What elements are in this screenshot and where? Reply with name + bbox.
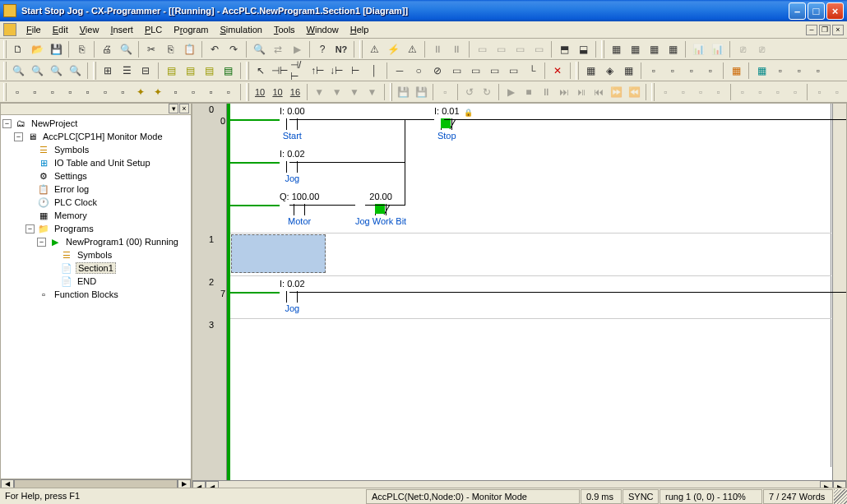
menu-plc[interactable]: PLC [140, 23, 167, 36]
print-button[interactable]: 🖨 [98, 40, 116, 58]
toolbar-grip[interactable] [246, 83, 249, 101]
help-button[interactable]: N? [332, 40, 350, 58]
toolbar-grip[interactable] [651, 83, 655, 101]
e6[interactable]: ▫ [752, 83, 768, 101]
toolbar-grip[interactable] [390, 83, 393, 101]
zoom-out-button[interactable]: 🔍 [9, 62, 27, 80]
pause-button[interactable]: ⏸ [428, 40, 447, 58]
tree-programs[interactable]: −📁Programs [2, 222, 189, 235]
mem-button[interactable]: ▦ [727, 62, 745, 80]
select-tool-button[interactable]: ↖ [252, 62, 270, 80]
func-button[interactable]: ▭ [447, 62, 465, 80]
menu-insert[interactable]: Insert [105, 23, 138, 36]
transfer2-button[interactable]: ⬓ [574, 40, 592, 58]
contact-jogworkbit[interactable]: 20.00 Jog Work Bit [355, 192, 406, 228]
mon2-button[interactable]: 📊 [708, 40, 726, 58]
undo-button[interactable]: ↶ [206, 40, 224, 58]
play-button[interactable]: ▶ [502, 83, 519, 101]
coil-button[interactable]: ○ [410, 62, 428, 80]
resize-grip[interactable] [834, 489, 847, 504]
rising-button[interactable]: ↑⊢ [308, 62, 326, 80]
tree-iotable[interactable]: ⊞IO Table and Unit Setup [2, 156, 189, 169]
step3-button[interactable]: ⏮ [590, 83, 607, 101]
mdi-restore-button[interactable]: ❐ [819, 25, 831, 35]
radix-10[interactable]: 10 [252, 83, 268, 101]
toolbar-grip[interactable] [576, 62, 579, 80]
conn-button[interactable]: └ [523, 62, 541, 80]
t3-11[interactable]: ▫ [185, 83, 201, 101]
d4[interactable]: ▼ [363, 83, 380, 101]
win3-button[interactable]: ▫ [683, 62, 701, 80]
view2-button[interactable]: ▦ [626, 40, 644, 58]
sim4-button[interactable]: ▫ [809, 62, 827, 80]
func2-button[interactable]: ▭ [466, 62, 484, 80]
sim3-button[interactable]: ▫ [790, 62, 808, 80]
toolbar-grip[interactable] [3, 40, 7, 58]
view4-button[interactable]: ▦ [664, 40, 682, 58]
section3-button[interactable]: ▭ [511, 40, 529, 58]
ff-button[interactable]: ⏩ [609, 83, 625, 101]
tree-pin-button[interactable]: ▾ [169, 104, 178, 113]
replace-button[interactable]: ⇄ [269, 40, 287, 58]
rew-button[interactable]: ⏪ [626, 83, 642, 101]
no-contact-button[interactable]: ⊣⊢ [271, 62, 289, 80]
ncoil-button[interactable]: ⊘ [428, 62, 447, 80]
pause2-button[interactable]: ⏸ [447, 40, 465, 58]
view3-button[interactable]: ▦ [645, 40, 663, 58]
section-button[interactable]: ▭ [473, 40, 491, 58]
ladder-editor[interactable]: 0 0 1 2 7 3 I: 0.00 Start [192, 103, 847, 494]
nc-contact-button[interactable]: ⊣/⊢ [289, 62, 308, 80]
addr3-button[interactable]: ▤ [200, 62, 218, 80]
contact-start[interactable]: I: 0.00 Start [280, 106, 305, 142]
menu-edit[interactable]: Edit [48, 23, 73, 36]
e2[interactable]: ▫ [675, 83, 692, 101]
warning-button[interactable]: ⚠ [365, 40, 383, 58]
mon3-button[interactable]: ⎚ [734, 40, 752, 58]
sim2-button[interactable]: ▫ [771, 62, 789, 80]
win4-button[interactable]: ▫ [701, 62, 720, 80]
t3-12[interactable]: ▫ [202, 83, 219, 101]
mdi-close-button[interactable]: × [832, 25, 844, 35]
mdi-system-icon[interactable] [3, 23, 16, 36]
maximize-button[interactable]: □ [808, 2, 825, 20]
mon-button[interactable]: ▦ [581, 62, 599, 80]
transfer1-button[interactable]: ⬒ [555, 40, 573, 58]
tree-section1[interactable]: 📄Section1 [2, 261, 189, 275]
d2[interactable]: ▼ [328, 83, 345, 101]
t3-13[interactable]: ▫ [220, 83, 237, 101]
t3-10[interactable]: ▫ [168, 83, 184, 101]
t3-9[interactable]: ✦ [150, 83, 166, 101]
ladder-canvas[interactable]: I: 0.00 Start I: 0.01 Stop 🔒 Q: 100.00 [230, 104, 831, 480]
e8[interactable]: ▫ [787, 83, 803, 101]
t3-1[interactable]: ▫ [9, 83, 25, 101]
toolbar-grip[interactable] [3, 83, 7, 101]
e3[interactable]: ▫ [692, 83, 709, 101]
stop-button[interactable]: ■ [521, 83, 537, 101]
grid-button[interactable]: ⊞ [99, 62, 117, 80]
func4-button[interactable]: ▭ [504, 62, 522, 80]
horiz-button[interactable]: ─ [391, 62, 409, 80]
vert-up-button[interactable]: │ [365, 62, 383, 80]
or-button[interactable]: ⊢ [346, 62, 364, 80]
falling-button[interactable]: ↓⊢ [327, 62, 345, 80]
save3[interactable]: 💾 [413, 83, 429, 101]
toolbar-grip[interactable] [601, 40, 604, 58]
b1[interactable]: ▫ [437, 83, 453, 101]
b2[interactable]: ↺ [461, 83, 477, 101]
t3-6[interactable]: ▫ [97, 83, 113, 101]
step2-button[interactable]: ⏯ [573, 83, 590, 101]
menu-window[interactable]: Window [302, 23, 344, 36]
pause3-button[interactable]: ⏸ [538, 83, 554, 101]
tree-close-button[interactable]: × [179, 104, 189, 113]
tree-root[interactable]: −🗂NewProject [2, 117, 189, 130]
d3[interactable]: ▼ [346, 83, 363, 101]
e9[interactable]: ▫ [811, 83, 827, 101]
mon3-button[interactable]: ▦ [619, 62, 637, 80]
mon1-button[interactable]: 📊 [689, 40, 707, 58]
t3-7[interactable]: ▫ [114, 83, 131, 101]
radix-16[interactable]: 16 [287, 83, 303, 101]
toolbar-grip[interactable] [246, 62, 249, 80]
section4-button[interactable]: ▭ [530, 40, 548, 58]
redo-button[interactable]: ↷ [224, 40, 243, 58]
warning2-button[interactable]: ⚠ [403, 40, 421, 58]
